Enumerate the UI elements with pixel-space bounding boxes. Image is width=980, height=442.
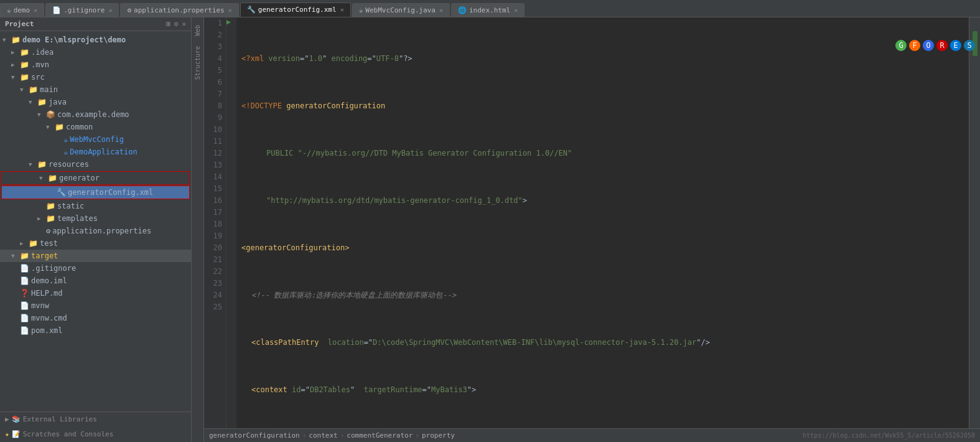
tree-item-static[interactable]: 📁 static [0, 200, 191, 212]
java-icon: ☕ [359, 6, 363, 14]
tree-item-generator[interactable]: ▼ 📁 generator [1, 171, 190, 185]
tab-appprops[interactable]: ⚙ application.properties ✕ [120, 3, 238, 17]
tree-label-mvn: .mvn [31, 59, 49, 70]
arrow-generator: ▼ [39, 172, 48, 184]
external-libraries-label: External Libraries [23, 413, 97, 426]
tree-label-gitignore: .gitignore [31, 263, 76, 274]
chrome-icon[interactable]: G [895, 40, 907, 51]
tree-item-test[interactable]: ▶ 📁 test [0, 237, 191, 250]
tree-item-pomxml[interactable]: 📄 pom.xml [0, 324, 191, 337]
tree-item-gitignore[interactable]: 📄 .gitignore [0, 262, 191, 275]
tab-webmvc-close[interactable]: ✕ [439, 7, 443, 14]
tree-item-resources[interactable]: ▼ 📁 resources [0, 158, 191, 171]
gutter: ▶ [226, 17, 236, 428]
tab-generator[interactable]: 🔧 generatorConfig.xml ✕ [240, 2, 351, 17]
editor-wrapper: G F O R E S 1 2 3 4 5 6 7 8 9 10 [204, 17, 980, 442]
folder-icon-common: 📁 [55, 121, 64, 133]
tree-item-webmvcconfig[interactable]: ☕ WebMvcConfig [0, 133, 191, 146]
folder-icon-main: 📁 [29, 84, 38, 95]
tree-label-target: target [31, 250, 58, 261]
tree-item-mvn[interactable]: ▶ 📁 .mvn [0, 59, 191, 71]
tab-gitignore-close[interactable]: ✕ [108, 7, 112, 14]
folder-icon-mvn: 📁 [20, 59, 29, 70]
arrow-common: ▼ [46, 121, 55, 133]
tree-item-main[interactable]: ▼ 📁 main [0, 83, 191, 96]
folder-icon: 📁 [11, 34, 21, 45]
breadcrumb-sep-3: › [415, 431, 419, 440]
tree-item-src[interactable]: ▼ 📁 src [0, 71, 191, 83]
external-libraries-item[interactable]: ▶ 📚 External Libraries [0, 412, 191, 427]
side-strip-web[interactable]: Web [193, 20, 202, 41]
edge-icon[interactable]: E [950, 40, 961, 51]
arrow-com: ▼ [37, 109, 46, 120]
tree-item-target[interactable]: ▼ 📁 target [0, 250, 191, 262]
close-icon[interactable]: ✕ [182, 20, 186, 28]
gear-icon[interactable]: ⚙ [174, 20, 179, 28]
folder-icon-resources: 📁 [37, 159, 47, 170]
tab-webmvc-label: WebMvcConfig.java [365, 6, 436, 14]
side-strip-structure[interactable]: Structure [193, 41, 202, 85]
code-line-2: <!DOCTYPE generatorConfiguration [241, 100, 964, 112]
scratches-item[interactable]: ★ 📝 Scratches and Consoles [0, 427, 191, 442]
side-strip: Web Structure [192, 17, 204, 442]
tab-webmvc[interactable]: ☕ WebMvcConfig.java ✕ [352, 3, 450, 17]
firefox-icon[interactable]: F [909, 40, 920, 51]
tab-index[interactable]: 🌐 index.html ✕ [451, 3, 525, 17]
tree-item-templates[interactable]: ▶ 📁 templates [0, 212, 191, 225]
breadcrumb-part-4: property [422, 431, 455, 440]
coffee-icon: ☕ [7, 6, 11, 14]
tree-label-mvnwcmd: mvnw.cmd [31, 313, 67, 324]
folder-icon-idea: 📁 [20, 47, 29, 58]
xml-icon-generatorconfig: 🔧 [57, 187, 66, 198]
code-editor[interactable]: <?xml version="1.0" encoding="UTF-8"?> <… [236, 17, 969, 428]
tree-item-demoiml[interactable]: 📄 demo.iml [0, 275, 191, 287]
breadcrumb-sep-1: › [302, 431, 307, 440]
status-bar-right: https://blog.csdn.net/Wxk55_5/article/55… [803, 432, 975, 439]
folder-icon-test: 📁 [29, 238, 38, 249]
tab-gitignore[interactable]: 📄 .gitignore ✕ [45, 3, 119, 17]
ie-icon[interactable]: R [936, 40, 948, 51]
arrow-target: ▼ [11, 250, 20, 261]
props-icon-appprops: ⚙ [46, 225, 50, 237]
file-icon-mvnwcmd: 📄 [20, 313, 29, 324]
tab-generator-close[interactable]: ✕ [340, 6, 344, 13]
external-libraries-icon: 📚 [12, 413, 21, 426]
java-icon-demoapplication: ☕ [63, 146, 68, 158]
tree-item-generatorconfig[interactable]: 🔧 generatorConfig.xml [1, 186, 190, 199]
tree-label-mvnw: mvnw [31, 300, 49, 311]
code-line-4: "http://mybatis.org/dtd/mybatis-generato… [241, 195, 964, 207]
arrow-demo: ▼ [2, 34, 11, 45]
tree-item-appprops[interactable]: ⚙ application.properties [0, 225, 191, 237]
line-numbers: 1 2 3 4 5 6 7 8 9 10 11 12 13 14 15 16 1 [204, 17, 226, 428]
sidebar-header-icons: ⊞ ⚙ ✕ [166, 20, 186, 28]
tree-item-helpmd[interactable]: ❓ HELP.md [0, 287, 191, 299]
tree-label-pomxml: pom.xml [31, 325, 63, 336]
props-icon: ⚙ [127, 6, 131, 14]
safari-icon[interactable]: S [964, 40, 975, 51]
tree-item-demo[interactable]: ▼ 📁 demo E:\mlsproject\demo [0, 34, 191, 46]
breadcrumb-sep-2: › [340, 431, 345, 440]
file-icon: 📄 [52, 6, 61, 14]
tree-label-webmvc: WebMvcConfig [70, 134, 124, 145]
code-line-7: <classPathEntry location="D:\code\Spring… [241, 337, 964, 349]
tree-item-mvnwcmd[interactable]: 📄 mvnw.cmd [0, 312, 191, 324]
code-line-3: PUBLIC "-//mybatis.org//DTD MyBatis Gene… [241, 148, 964, 159]
tree-item-com[interactable]: ▼ 📦 com.example.demo [0, 108, 191, 121]
tree-item-demoapplication[interactable]: ☕ DemoApplication [0, 146, 191, 158]
main-layout: Project ⊞ ⚙ ✕ ▼ 📁 demo E:\mlsproject\dem… [0, 17, 980, 442]
arrow-src: ▼ [11, 72, 20, 83]
tab-demo[interactable]: ☕ demo ✕ [0, 3, 44, 17]
tree-item-mvnw[interactable]: 📄 mvnw [0, 299, 191, 312]
tab-appprops-close[interactable]: ✕ [228, 7, 232, 14]
tree-item-common[interactable]: ▼ 📁 common [0, 121, 191, 133]
code-line-5: <generatorConfiguration> [241, 242, 964, 254]
tab-demo-close[interactable]: ✕ [34, 7, 37, 14]
tree-item-idea[interactable]: ▶ 📁 .idea [0, 46, 191, 59]
tab-index-close[interactable]: ✕ [514, 7, 518, 14]
tab-generator-label: generatorConfig.xml [258, 6, 337, 14]
opera-icon[interactable]: O [923, 40, 934, 51]
tree-label-idea: .idea [31, 47, 54, 58]
tree-item-java[interactable]: ▼ 📁 java [0, 96, 191, 108]
layout-icon[interactable]: ⊞ [166, 20, 170, 28]
project-title: Project [5, 20, 34, 28]
